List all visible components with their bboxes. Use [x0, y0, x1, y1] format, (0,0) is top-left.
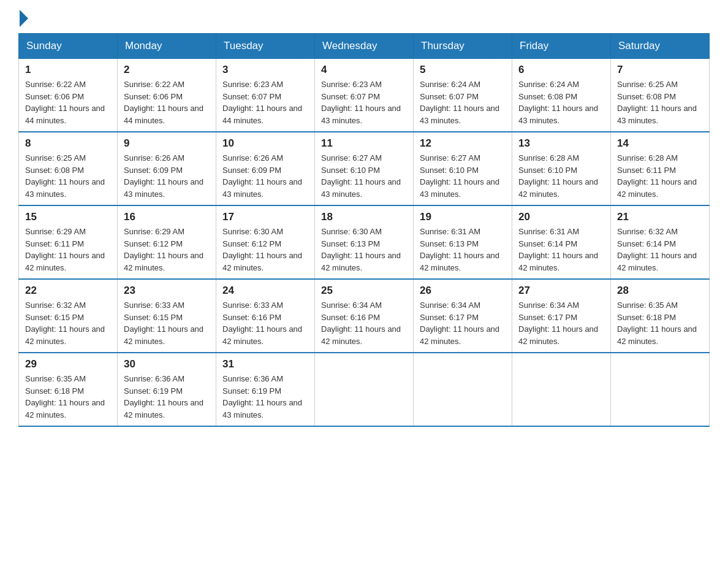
day-info: Sunrise: 6:34 AMSunset: 6:17 PMDaylight:… [518, 299, 604, 347]
day-info: Sunrise: 6:35 AMSunset: 6:18 PMDaylight:… [617, 299, 703, 347]
day-number: 27 [518, 285, 604, 297]
weekday-header-monday: Monday [118, 34, 216, 59]
day-number: 23 [124, 285, 210, 297]
day-info: Sunrise: 6:28 AMSunset: 6:11 PMDaylight:… [617, 152, 703, 200]
calendar-cell: 28Sunrise: 6:35 AMSunset: 6:18 PMDayligh… [611, 279, 710, 353]
day-number: 25 [321, 285, 407, 297]
day-number: 26 [420, 285, 506, 297]
calendar-cell: 21Sunrise: 6:32 AMSunset: 6:14 PMDayligh… [611, 205, 710, 279]
day-number: 31 [222, 358, 308, 370]
calendar-cell [512, 353, 611, 426]
day-info: Sunrise: 6:32 AMSunset: 6:15 PMDaylight:… [25, 299, 111, 347]
calendar-cell: 8Sunrise: 6:25 AMSunset: 6:08 PMDaylight… [19, 132, 118, 205]
week-row-5: 29Sunrise: 6:35 AMSunset: 6:18 PMDayligh… [19, 353, 710, 426]
calendar-cell: 9Sunrise: 6:26 AMSunset: 6:09 PMDaylight… [118, 132, 216, 205]
week-row-3: 15Sunrise: 6:29 AMSunset: 6:11 PMDayligh… [19, 205, 710, 279]
day-number: 10 [222, 137, 308, 150]
day-number: 3 [222, 64, 308, 76]
day-info: Sunrise: 6:34 AMSunset: 6:16 PMDaylight:… [321, 299, 407, 347]
weekday-header-row: SundayMondayTuesdayWednesdayThursdayFrid… [19, 34, 710, 59]
calendar-cell [315, 353, 414, 426]
calendar-cell: 27Sunrise: 6:34 AMSunset: 6:17 PMDayligh… [512, 279, 611, 353]
day-number: 5 [420, 64, 506, 76]
day-info: Sunrise: 6:23 AMSunset: 6:07 PMDaylight:… [321, 79, 407, 126]
day-info: Sunrise: 6:34 AMSunset: 6:17 PMDaylight:… [420, 299, 506, 347]
calendar-body: 1Sunrise: 6:22 AMSunset: 6:06 PMDaylight… [19, 59, 710, 427]
day-info: Sunrise: 6:29 AMSunset: 6:12 PMDaylight:… [124, 226, 210, 274]
day-number: 14 [617, 137, 703, 150]
day-number: 2 [124, 64, 210, 76]
day-info: Sunrise: 6:27 AMSunset: 6:10 PMDaylight:… [420, 152, 506, 200]
weekday-header-wednesday: Wednesday [315, 34, 414, 59]
day-info: Sunrise: 6:36 AMSunset: 6:19 PMDaylight:… [222, 373, 308, 421]
calendar-cell: 16Sunrise: 6:29 AMSunset: 6:12 PMDayligh… [118, 205, 216, 279]
weekday-header-saturday: Saturday [611, 34, 710, 59]
calendar-cell [611, 353, 710, 426]
day-info: Sunrise: 6:29 AMSunset: 6:11 PMDaylight:… [25, 226, 111, 274]
day-number: 16 [124, 211, 210, 223]
calendar-cell: 4Sunrise: 6:23 AMSunset: 6:07 PMDaylight… [315, 59, 414, 132]
day-info: Sunrise: 6:22 AMSunset: 6:06 PMDaylight:… [25, 79, 111, 126]
day-number: 6 [518, 64, 604, 76]
day-info: Sunrise: 6:30 AMSunset: 6:13 PMDaylight:… [321, 226, 407, 274]
calendar-cell: 31Sunrise: 6:36 AMSunset: 6:19 PMDayligh… [216, 353, 315, 426]
calendar-table: SundayMondayTuesdayWednesdayThursdayFrid… [18, 33, 710, 427]
calendar-cell: 29Sunrise: 6:35 AMSunset: 6:18 PMDayligh… [19, 353, 118, 426]
day-number: 30 [124, 358, 210, 370]
day-info: Sunrise: 6:30 AMSunset: 6:12 PMDaylight:… [222, 226, 308, 274]
day-number: 19 [420, 211, 506, 223]
day-number: 28 [617, 285, 703, 297]
day-info: Sunrise: 6:27 AMSunset: 6:10 PMDaylight:… [321, 152, 407, 200]
calendar-cell: 24Sunrise: 6:33 AMSunset: 6:16 PMDayligh… [216, 279, 315, 353]
day-number: 18 [321, 211, 407, 223]
calendar-cell: 11Sunrise: 6:27 AMSunset: 6:10 PMDayligh… [315, 132, 414, 205]
calendar-cell: 20Sunrise: 6:31 AMSunset: 6:14 PMDayligh… [512, 205, 611, 279]
calendar-cell: 3Sunrise: 6:23 AMSunset: 6:07 PMDaylight… [216, 59, 315, 132]
day-info: Sunrise: 6:35 AMSunset: 6:18 PMDaylight:… [25, 373, 111, 421]
day-number: 7 [617, 64, 703, 76]
day-info: Sunrise: 6:36 AMSunset: 6:19 PMDaylight:… [124, 373, 210, 421]
calendar-cell: 1Sunrise: 6:22 AMSunset: 6:06 PMDaylight… [19, 59, 118, 132]
day-number: 12 [420, 137, 506, 150]
day-number: 8 [25, 137, 111, 150]
day-number: 22 [25, 285, 111, 297]
day-info: Sunrise: 6:26 AMSunset: 6:09 PMDaylight:… [222, 152, 308, 200]
calendar-cell: 25Sunrise: 6:34 AMSunset: 6:16 PMDayligh… [315, 279, 414, 353]
day-info: Sunrise: 6:22 AMSunset: 6:06 PMDaylight:… [124, 79, 210, 126]
calendar-cell: 22Sunrise: 6:32 AMSunset: 6:15 PMDayligh… [19, 279, 118, 353]
week-row-2: 8Sunrise: 6:25 AMSunset: 6:08 PMDaylight… [19, 132, 710, 205]
weekday-header-friday: Friday [512, 34, 611, 59]
day-number: 1 [25, 64, 111, 76]
calendar-cell: 2Sunrise: 6:22 AMSunset: 6:06 PMDaylight… [118, 59, 216, 132]
calendar-cell: 6Sunrise: 6:24 AMSunset: 6:08 PMDaylight… [512, 59, 611, 132]
day-number: 9 [124, 137, 210, 150]
day-number: 21 [617, 211, 703, 223]
day-number: 17 [222, 211, 308, 223]
logo-arrow-icon [20, 10, 28, 27]
day-info: Sunrise: 6:23 AMSunset: 6:07 PMDaylight:… [222, 79, 308, 126]
calendar-cell: 7Sunrise: 6:25 AMSunset: 6:08 PMDaylight… [611, 59, 710, 132]
week-row-4: 22Sunrise: 6:32 AMSunset: 6:15 PMDayligh… [19, 279, 710, 353]
calendar-cell: 5Sunrise: 6:24 AMSunset: 6:07 PMDaylight… [414, 59, 512, 132]
day-info: Sunrise: 6:33 AMSunset: 6:16 PMDaylight:… [222, 299, 308, 347]
day-info: Sunrise: 6:32 AMSunset: 6:14 PMDaylight:… [617, 226, 703, 274]
weekday-header-tuesday: Tuesday [216, 34, 315, 59]
day-number: 13 [518, 137, 604, 150]
calendar-cell: 13Sunrise: 6:28 AMSunset: 6:10 PMDayligh… [512, 132, 611, 205]
logo [18, 12, 28, 27]
day-number: 24 [222, 285, 308, 297]
calendar-cell: 30Sunrise: 6:36 AMSunset: 6:19 PMDayligh… [118, 353, 216, 426]
day-info: Sunrise: 6:25 AMSunset: 6:08 PMDaylight:… [25, 152, 111, 200]
weekday-header-thursday: Thursday [414, 34, 512, 59]
page-header [18, 12, 710, 27]
day-info: Sunrise: 6:24 AMSunset: 6:07 PMDaylight:… [420, 79, 506, 126]
day-number: 20 [518, 211, 604, 223]
day-info: Sunrise: 6:26 AMSunset: 6:09 PMDaylight:… [124, 152, 210, 200]
day-info: Sunrise: 6:31 AMSunset: 6:14 PMDaylight:… [518, 226, 604, 274]
calendar-cell: 17Sunrise: 6:30 AMSunset: 6:12 PMDayligh… [216, 205, 315, 279]
day-info: Sunrise: 6:31 AMSunset: 6:13 PMDaylight:… [420, 226, 506, 274]
day-number: 29 [25, 358, 111, 370]
calendar-cell: 10Sunrise: 6:26 AMSunset: 6:09 PMDayligh… [216, 132, 315, 205]
calendar-cell: 15Sunrise: 6:29 AMSunset: 6:11 PMDayligh… [19, 205, 118, 279]
calendar-cell: 19Sunrise: 6:31 AMSunset: 6:13 PMDayligh… [414, 205, 512, 279]
